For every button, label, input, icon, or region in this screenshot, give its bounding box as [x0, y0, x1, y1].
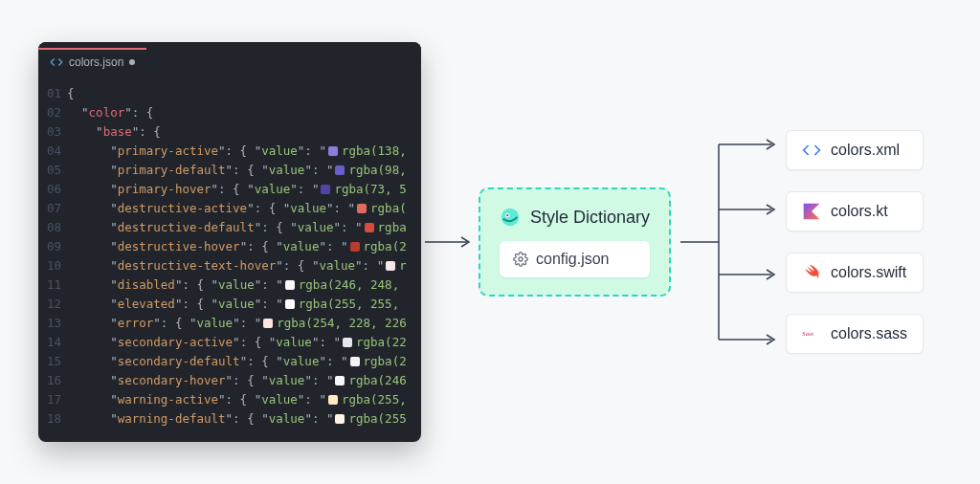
tab-unsaved-dot — [129, 59, 135, 65]
code-line: 08 "destructive-default": { "value": "rg… — [38, 218, 421, 237]
config-file-label: config.json — [536, 251, 610, 268]
svg-point-4 — [519, 257, 523, 261]
code-line: 07 "destructive-active": { "value": "rgb… — [38, 199, 421, 218]
output-file-kt[interactable]: colors.kt — [786, 191, 924, 231]
code-icon — [802, 141, 821, 160]
output-file-label: colors.xml — [831, 142, 900, 159]
code-line: 01{ — [38, 84, 421, 103]
style-dictionary-header: Style Dictionary — [500, 207, 650, 228]
code-line: 02 "color": { — [38, 103, 421, 122]
code-line: 17 "warning-active": { "value": "rgba(25… — [38, 390, 421, 409]
editor-tab-label: colors.json — [69, 55, 123, 69]
code-content: 01{02 "color": {03 "base": {04 "primary-… — [38, 75, 421, 442]
arrow-editor-to-dictionary — [421, 232, 479, 252]
style-dictionary-box: Style Dictionary config.json — [479, 187, 671, 297]
output-file-label: colors.swift — [831, 264, 906, 281]
output-file-xml[interactable]: colors.xml — [786, 130, 924, 170]
output-file-swift[interactable]: colors.swift — [786, 253, 924, 293]
code-line: 03 "base": { — [38, 122, 421, 142]
code-line: 11 "disabled": { "value": "rgba(246, 248… — [38, 275, 421, 295]
code-line: 10 "destructive-text-hover": { "value": … — [38, 256, 421, 275]
sass-icon: Sass — [802, 324, 821, 343]
code-line: 06 "primary-hover": { "value": "rgba(73,… — [38, 180, 421, 199]
chameleon-icon — [500, 207, 521, 228]
editor-tabbar: colors.json — [38, 42, 421, 75]
svg-point-3 — [506, 214, 508, 216]
swift-icon — [802, 263, 821, 282]
gear-icon — [513, 252, 528, 267]
kotlin-icon — [802, 202, 821, 221]
output-files-list: colors.xmlcolors.ktcolors.swiftSasscolor… — [786, 130, 924, 354]
output-file-label: colors.sass — [831, 325, 907, 342]
code-line: 16 "secondary-hover": { "value": "rgba(2… — [38, 371, 421, 390]
code-icon — [50, 55, 63, 69]
code-editor: colors.json 01{02 "color": {03 "base": {… — [38, 42, 421, 442]
output-file-label: colors.kt — [831, 203, 888, 220]
style-dictionary-title: Style Dictionary — [530, 208, 650, 228]
code-line: 09 "destructive-hover": { "value": "rgba… — [38, 237, 421, 256]
editor-tab-colors-json[interactable]: colors.json — [38, 48, 146, 75]
code-line: 12 "elevated": { "value": "rgba(255, 255… — [38, 295, 421, 314]
code-line: 04 "primary-active": { "value": "rgba(13… — [38, 142, 421, 161]
code-line: 05 "primary-default": { "value": "rgba(9… — [38, 161, 421, 180]
config-file-card[interactable]: config.json — [500, 241, 650, 277]
code-line: 13 "error": { "value": "rgba(254, 228, 2… — [38, 314, 421, 333]
code-line: 18 "warning-default": { "value": "rgba(2… — [38, 409, 421, 429]
code-line: 15 "secondary-default": { "value": "rgba… — [38, 352, 421, 371]
output-branches — [680, 118, 786, 366]
code-line: 14 "secondary-active": { "value": "rgba(… — [38, 333, 421, 352]
output-file-sass[interactable]: Sasscolors.sass — [786, 314, 924, 354]
svg-text:Sass: Sass — [802, 330, 814, 337]
